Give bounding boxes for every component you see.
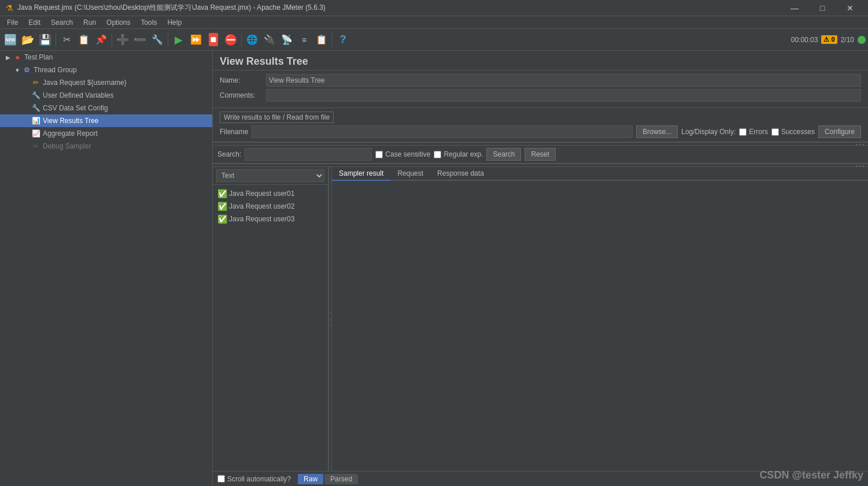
timer-display: 00:00:03 (791, 36, 818, 44)
tree-item-java-request[interactable]: ✏ Java Request ${username} (0, 76, 212, 89)
result-tabs: Sampler result Request Response data (332, 167, 868, 181)
regular-exp-checkbox[interactable] (434, 151, 441, 158)
settings-button[interactable]: 🔧 (149, 32, 165, 48)
copy-button[interactable]: 📋 (76, 32, 92, 48)
tab-response-data[interactable]: Response data (430, 167, 491, 181)
remote-all[interactable]: ≡ (296, 32, 312, 48)
case-sensitive-text: Case sensitive (385, 150, 430, 158)
debug-icon: ✏ (31, 142, 40, 151)
result-item-user03[interactable]: ✅ Java Request user03 (215, 213, 326, 225)
panel-header: View Results Tree (213, 51, 868, 71)
thread-group-icon: ⚙ (22, 65, 31, 75)
menu-file[interactable]: File (2, 17, 23, 28)
progress-display: 2/10 (841, 36, 854, 44)
menu-help[interactable]: Help (162, 17, 186, 28)
shutdown-button[interactable]: ⛔ (223, 32, 239, 48)
tree-item-csv-data[interactable]: 🔧 CSV Data Set Config (0, 102, 212, 114)
menu-search[interactable]: Search (46, 17, 77, 28)
scroll-auto-text: Scroll automatically? (227, 475, 291, 483)
aggregate-spacer (23, 130, 30, 137)
search-button[interactable]: Search (486, 148, 521, 161)
configure-button[interactable]: Configure (818, 125, 861, 138)
open-button[interactable]: 📂 (20, 32, 36, 48)
menu-edit[interactable]: Edit (24, 17, 45, 28)
tree-item-thread-group[interactable]: ▼ ⚙ Thread Group (0, 64, 212, 76)
minimize-button[interactable]: — (781, 0, 808, 16)
write-results-label: Write results to file / Read from file (220, 112, 334, 123)
name-input[interactable] (266, 74, 861, 87)
menu-run[interactable]: Run (79, 17, 101, 28)
title-bar: ⚗ Java Request.jmx (C:\Users\zhou\Deskto… (0, 0, 868, 16)
tree-item-test-plan[interactable]: ▶ 🔺 Test Plan (0, 51, 212, 64)
browse-button[interactable]: Browse... (636, 125, 678, 138)
form-section: Name: Comments: (213, 71, 868, 108)
thread-group-collapse: ▼ (14, 66, 21, 73)
aggregate-label: Aggregate Report (43, 129, 98, 138)
remove-button[interactable]: ➖ (132, 32, 148, 48)
filename-input[interactable] (252, 125, 633, 138)
tree-item-aggregate-report[interactable]: 📈 Aggregate Report (0, 127, 212, 140)
search-row: Search: Case sensitive Regular exp. Sear… (213, 146, 868, 164)
scroll-auto-label[interactable]: Scroll automatically? (217, 475, 291, 483)
tree-item-debug-sampler[interactable]: ✏ Debug Sampler (0, 140, 212, 153)
comments-label: Comments: (220, 91, 266, 99)
menu-tools[interactable]: Tools (136, 17, 161, 28)
errors-checkbox[interactable] (739, 128, 747, 136)
debug-spacer (23, 143, 30, 150)
tab-raw[interactable]: Raw (298, 474, 323, 484)
menu-options[interactable]: Options (102, 17, 135, 28)
new-button[interactable]: 🆕 (2, 32, 19, 48)
errors-checkbox-label[interactable]: Errors (739, 128, 768, 136)
java-request-icon: ✏ (31, 78, 40, 87)
result-item-user01[interactable]: ✅ Java Request user01 (215, 187, 326, 200)
start-button[interactable]: ▶ (171, 32, 187, 48)
remote-exit[interactable]: 📡 (279, 32, 295, 48)
success-icon-1: ✅ (217, 189, 227, 198)
result-item-user02[interactable]: ✅ Java Request user02 (215, 200, 326, 213)
test-plan-label: Test Plan (24, 53, 53, 61)
result-label-2: Java Request user02 (229, 202, 294, 210)
filename-row: Filename Browse... Log/Display Only: Err… (220, 125, 861, 138)
right-result-pane: Sampler result Request Response data (332, 167, 868, 471)
help-button[interactable]: ? (335, 32, 351, 48)
tree-item-view-results-tree[interactable]: 📊 View Results Tree (0, 114, 212, 127)
success-icon-2: ✅ (217, 202, 227, 211)
comments-input[interactable] (266, 89, 861, 102)
paste-button[interactable]: 📌 (93, 32, 109, 48)
tab-sampler-result[interactable]: Sampler result (332, 167, 390, 181)
scroll-auto-checkbox[interactable] (217, 475, 225, 483)
remote-stop[interactable]: 🔌 (261, 32, 278, 48)
v-resizer-dots-3: · (330, 322, 331, 329)
view-results-spacer (23, 117, 30, 124)
csv-data-label: CSV Data Set Config (43, 104, 108, 112)
toolbar-right: 00:00:03 ⚠ 0 2/10 (791, 35, 866, 44)
save-button[interactable]: 💾 (37, 32, 53, 48)
result-format-select[interactable]: Text HTML XML JSON RegExp Tester (216, 169, 324, 182)
cut-button[interactable]: ✂ (58, 32, 75, 48)
close-button[interactable]: ✕ (837, 0, 863, 16)
maximize-button[interactable]: □ (809, 0, 836, 16)
start-no-pauses[interactable]: ⏩ (188, 32, 204, 48)
status-indicator (858, 36, 866, 44)
templates[interactable]: 📋 (313, 32, 330, 48)
tree-item-user-defined[interactable]: 🔧 User Defined Variables (0, 89, 212, 102)
separator-1 (56, 33, 56, 47)
tab-parsed[interactable]: Parsed (324, 474, 358, 484)
search-input[interactable] (245, 148, 372, 161)
add-button[interactable]: ➕ (114, 32, 131, 48)
successes-checkbox[interactable] (771, 128, 779, 136)
view-results-label: View Results Tree (43, 117, 99, 125)
successes-label: Successes (781, 128, 815, 136)
comments-row: Comments: (220, 89, 861, 102)
remote-start[interactable]: 🌐 (244, 32, 260, 48)
separator-4 (241, 33, 242, 47)
case-sensitive-label[interactable]: Case sensitive (375, 150, 430, 158)
stop-button[interactable]: ■ (205, 32, 221, 48)
collapse-arrow: ▶ (5, 54, 12, 61)
tab-request[interactable]: Request (390, 167, 430, 181)
regular-exp-label[interactable]: Regular exp. (434, 150, 483, 158)
case-sensitive-checkbox[interactable] (375, 151, 383, 158)
successes-checkbox-label[interactable]: Successes (771, 128, 815, 136)
reset-button[interactable]: Reset (525, 148, 555, 161)
filename-label: Filename (220, 128, 248, 136)
